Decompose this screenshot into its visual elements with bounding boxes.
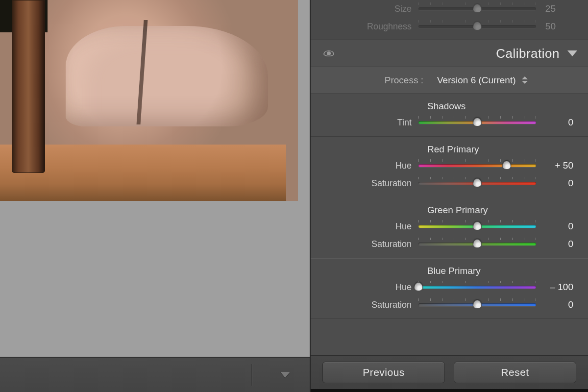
grain-panel-tail: Size 25 Roughness 50 xyxy=(311,0,588,40)
develop-history-footer: Previous Reset xyxy=(311,355,588,389)
green-sat-slider[interactable] xyxy=(418,239,536,249)
grain-roughness-value[interactable]: 50 xyxy=(536,21,556,32)
toolbar-disclosure-icon[interactable] xyxy=(280,372,290,378)
blue-sat-row: Saturation 0 xyxy=(311,296,588,314)
slider-thumb-icon[interactable] xyxy=(473,300,482,309)
grain-size-value[interactable]: 25 xyxy=(536,3,556,14)
blue-primary-group: Blue Primary Hue – 100 Saturation 0 xyxy=(311,258,588,319)
shadows-tint-label: Tint xyxy=(311,118,418,128)
red-primary-group: Red Primary Hue + 50 Saturation 0 xyxy=(311,137,588,197)
blue-primary-title: Blue Primary xyxy=(311,266,588,276)
slider-thumb-icon[interactable] xyxy=(473,22,482,30)
calibration-title: Calibration xyxy=(496,46,560,61)
blue-hue-value[interactable]: – 100 xyxy=(536,282,573,293)
red-sat-label: Saturation xyxy=(311,178,418,189)
previous-button[interactable]: Previous xyxy=(322,362,445,383)
blue-sat-value[interactable]: 0 xyxy=(536,299,573,310)
red-hue-value[interactable]: + 50 xyxy=(536,160,573,171)
process-label: Process : xyxy=(311,75,423,86)
red-sat-value[interactable]: 0 xyxy=(536,178,573,189)
reset-button[interactable]: Reset xyxy=(454,362,576,383)
slider-thumb-icon[interactable] xyxy=(473,118,482,126)
dropdown-updown-icon[interactable] xyxy=(522,76,528,84)
green-hue-label: Hue xyxy=(311,221,418,232)
green-primary-group: Green Primary Hue 0 Saturation 0 xyxy=(311,197,588,258)
slider-thumb-icon[interactable] xyxy=(473,221,482,230)
grain-size-label: Size xyxy=(311,4,418,14)
green-hue-row: Hue 0 xyxy=(311,218,588,235)
process-version-row: Process : Version 6 (Current) xyxy=(311,67,588,94)
grain-roughness-slider[interactable] xyxy=(418,21,536,32)
red-sat-slider[interactable] xyxy=(418,178,536,189)
green-sat-label: Saturation xyxy=(311,239,418,249)
slider-thumb-icon[interactable] xyxy=(502,161,511,170)
shadows-group: Shadows Tint 0 xyxy=(311,94,588,137)
red-hue-slider[interactable] xyxy=(418,160,536,171)
blue-hue-slider[interactable] xyxy=(418,282,536,293)
image-preview-area xyxy=(0,0,310,392)
grain-roughness-row: Roughness 50 xyxy=(311,18,570,35)
window-lower-edge xyxy=(311,389,588,392)
shadows-tint-slider[interactable] xyxy=(418,117,536,128)
calibration-panel-header[interactable]: Calibration xyxy=(311,40,588,67)
panel-disclosure-triangle-icon[interactable] xyxy=(567,50,577,56)
red-hue-row: Hue + 50 xyxy=(311,157,588,174)
panel-visibility-eye-icon[interactable] xyxy=(323,48,334,59)
grain-size-slider[interactable] xyxy=(418,3,536,14)
green-sat-row: Saturation 0 xyxy=(311,235,588,253)
red-primary-title: Red Primary xyxy=(311,144,588,155)
green-primary-title: Green Primary xyxy=(311,205,588,216)
process-version-dropdown[interactable]: Version 6 (Current) xyxy=(437,75,516,86)
slider-thumb-icon[interactable] xyxy=(473,178,482,187)
shadows-group-title: Shadows xyxy=(311,101,588,112)
blue-sat-slider[interactable] xyxy=(418,299,536,310)
slider-thumb-icon[interactable] xyxy=(473,4,482,13)
blue-sat-label: Saturation xyxy=(311,300,418,310)
blue-hue-row: Hue – 100 xyxy=(311,278,588,296)
grain-size-row: Size 25 xyxy=(311,0,570,18)
grain-roughness-label: Roughness xyxy=(311,22,418,32)
green-hue-slider[interactable] xyxy=(418,221,536,232)
preview-footer-bar xyxy=(0,357,310,392)
photo-placeholder xyxy=(0,0,298,201)
image-preview[interactable] xyxy=(0,0,310,201)
green-hue-value[interactable]: 0 xyxy=(536,221,573,232)
preview-canvas-background xyxy=(0,201,310,357)
green-sat-value[interactable]: 0 xyxy=(536,239,573,249)
shadows-tint-row: Tint 0 xyxy=(311,114,588,131)
red-sat-row: Saturation 0 xyxy=(311,174,588,192)
red-hue-label: Hue xyxy=(311,161,418,171)
slider-thumb-icon[interactable] xyxy=(473,239,482,248)
blue-hue-label: Hue xyxy=(311,282,418,293)
shadows-tint-value[interactable]: 0 xyxy=(536,117,573,128)
develop-right-panel: Size 25 Roughness 50 Calibration Process… xyxy=(310,0,588,392)
slider-thumb-icon[interactable] xyxy=(414,282,423,291)
